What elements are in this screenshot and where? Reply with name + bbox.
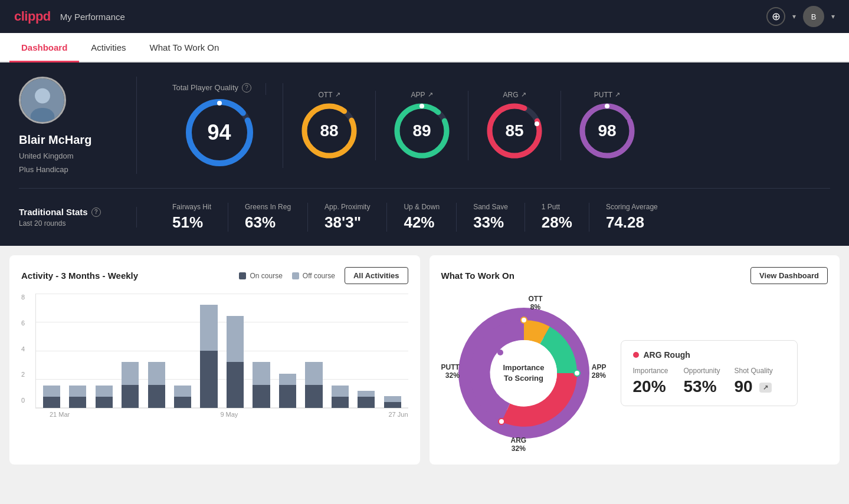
quality-row: Blair McHarg United Kingdom Plus Handica… <box>19 77 830 189</box>
stat-fairways-hit: Fairways Hit 51% <box>156 203 228 232</box>
bar-group-3 <box>119 294 140 408</box>
plus-icon: ⊕ <box>772 10 781 23</box>
bar-stack-13 <box>384 396 401 408</box>
bar-stack-1 <box>69 386 86 408</box>
stats-subtitle: Last 20 rounds <box>19 219 117 228</box>
ott-label: OTT ↗ <box>319 91 340 99</box>
bar-on-0 <box>43 397 60 408</box>
svg-point-16 <box>605 104 609 108</box>
tpq-label: Total Player Quality ? <box>172 83 251 93</box>
add-button[interactable]: ⊕ <box>766 7 785 26</box>
hero-section: Blair McHarg United Kingdom Plus Handica… <box>0 62 849 246</box>
arg-gauge-value: 85 <box>505 121 523 140</box>
player-country: United Kingdom <box>19 151 74 160</box>
player-avatar <box>19 77 66 124</box>
header-title: My Performance <box>60 12 125 22</box>
metric-importance: Importance 20% <box>633 367 684 396</box>
bar-off-8 <box>253 362 270 385</box>
bar-stack-6 <box>200 305 217 408</box>
chart-x-labels: 21 Mar 9 May 27 Jun <box>50 411 408 418</box>
header-left: clippd My Performance <box>14 9 125 24</box>
svg-point-10 <box>419 104 424 108</box>
app-label: APP ↗ <box>411 91 432 99</box>
x-label-may: 9 May <box>220 411 238 418</box>
tpq-info-icon[interactable]: ? <box>242 83 251 93</box>
importance-value: 20% <box>633 377 684 396</box>
info-card-title: ARG Rough <box>633 350 785 360</box>
arg-label: ARG ↗ <box>503 91 526 99</box>
putt-gauge-value: 98 <box>598 121 616 140</box>
svg-point-13 <box>535 121 539 126</box>
main-gauge-card: Total Player Quality ? 94 <box>156 83 283 168</box>
bar-off-1 <box>69 386 86 397</box>
bar-off-4 <box>148 362 165 385</box>
info-card-metrics: Importance 20% Opportunity 53% Shot Qual… <box>633 367 785 396</box>
bar-on-10 <box>305 385 322 408</box>
bar-group-4 <box>146 294 167 408</box>
player-info: Blair McHarg United Kingdom Plus Handica… <box>19 77 137 174</box>
ott-gauge-card: OTT ↗ 88 <box>283 91 376 160</box>
bars-container <box>41 294 404 408</box>
bar-on-2 <box>96 397 113 408</box>
opportunity-value: 53% <box>684 377 735 396</box>
chart-container: 8 6 4 2 0 21 Mar 9 May 27 <box>21 294 408 418</box>
y-label-2: 2 <box>21 371 25 378</box>
arg-gauge-card: ARG ↗ 85 <box>468 91 561 160</box>
stat-app-label: App. Proximity <box>324 203 370 211</box>
add-dropdown[interactable]: ▾ <box>792 12 796 21</box>
player-handicap: Plus Handicap <box>19 165 68 174</box>
shot-quality-badge: ↗ <box>759 383 772 393</box>
bar-group-10 <box>303 294 324 408</box>
activity-panel: Activity - 3 Months - Weekly On course O… <box>9 255 420 465</box>
bar-stack-5 <box>174 386 191 408</box>
stat-sand-value: 33% <box>473 213 504 232</box>
bar-group-13 <box>382 294 403 408</box>
bar-on-13 <box>384 402 401 408</box>
tpq-label-area: Total Player Quality ? <box>172 83 266 95</box>
svg-point-21 <box>499 419 504 424</box>
x-label-mar: 21 Mar <box>50 411 70 418</box>
tab-what-to-work-on[interactable]: What To Work On <box>138 33 231 62</box>
tab-activities[interactable]: Activities <box>79 33 137 62</box>
svg-point-5 <box>217 101 222 106</box>
bar-stack-12 <box>358 391 375 408</box>
bar-off-13 <box>384 396 401 402</box>
all-activities-button[interactable]: All Activities <box>345 267 408 284</box>
chart-bars <box>35 294 408 409</box>
view-dashboard-button[interactable]: View Dashboard <box>750 267 828 284</box>
donut-chart-area: Importance To Scoring OTT 8% APP 28% ARG… <box>441 294 607 453</box>
bar-stack-2 <box>96 386 113 408</box>
activity-panel-header: Activity - 3 Months - Weekly On course O… <box>21 267 408 284</box>
bar-off-9 <box>279 374 296 385</box>
stat-updown-label: Up & Down <box>404 203 440 211</box>
bar-group-5 <box>172 294 193 408</box>
what-to-work-on-panel: What To Work On View Dashboard <box>430 255 840 465</box>
tab-dashboard[interactable]: Dashboard <box>9 33 79 62</box>
bar-group-0 <box>41 294 62 408</box>
stat-scoring-avg: Scoring Average 74.28 <box>589 203 674 232</box>
stats-label-area: Traditional Stats ? Last 20 rounds <box>19 207 137 228</box>
app-gauge-card: APP ↗ 89 <box>376 91 468 160</box>
header-right: ⊕ ▾ B ▾ <box>766 6 835 27</box>
bar-on-7 <box>227 362 244 408</box>
bar-off-5 <box>174 386 191 397</box>
stats-info-icon[interactable]: ? <box>91 207 101 217</box>
metric-shot-quality: Shot Quality 90 ↗ <box>735 367 785 396</box>
bar-off-7 <box>227 316 244 362</box>
putt-donut-label: PUTT 32% <box>441 363 460 380</box>
putt-arrow-icon: ↗ <box>615 91 620 98</box>
bar-off-0 <box>43 386 60 397</box>
app-donut-label: APP 28% <box>592 363 607 380</box>
user-dropdown[interactable]: ▾ <box>831 12 835 21</box>
user-avatar-button[interactable]: B <box>803 6 824 27</box>
legend-off-course: Off course <box>292 272 335 280</box>
bar-stack-9 <box>279 374 296 408</box>
legend-on-course-dot <box>239 272 246 279</box>
arg-gauge: 85 <box>485 101 544 160</box>
avatar: B <box>811 12 817 21</box>
bar-stack-3 <box>122 362 139 408</box>
bar-stack-0 <box>43 386 60 408</box>
bar-group-2 <box>93 294 114 408</box>
svg-point-20 <box>574 370 580 376</box>
activity-chart-title: Activity - 3 Months - Weekly <box>21 271 138 281</box>
